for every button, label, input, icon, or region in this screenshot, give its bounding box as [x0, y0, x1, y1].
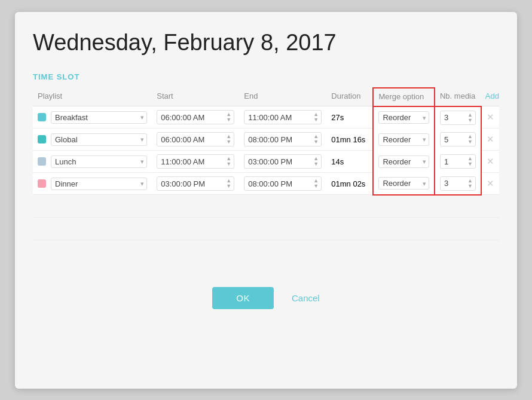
- nb-media-value: 1: [444, 157, 465, 166]
- playlist-select-wrap[interactable]: Dinner: [51, 178, 147, 190]
- playlist-select-wrap[interactable]: Lunch: [51, 155, 147, 168]
- start-down[interactable]: ▼: [225, 184, 233, 189]
- th-duration: Duration: [326, 88, 373, 106]
- playlist-select[interactable]: Breakfast: [51, 111, 147, 124]
- table-row: Global 06:00:00 AM ▲ ▼ 08:00:00 PM ▲ ▼ 0…: [33, 129, 499, 151]
- nb-media-cell: 1 ▲ ▼: [435, 151, 481, 173]
- nb-media-value: 3: [444, 179, 465, 188]
- nb-media-value: 5: [444, 135, 465, 144]
- empty-row: [33, 218, 499, 240]
- nb-down[interactable]: ▼: [466, 161, 474, 167]
- playlist-select-wrap[interactable]: Global: [51, 133, 147, 146]
- nb-media-cell: 3 ▲ ▼: [435, 173, 481, 195]
- duration-value: 14s: [331, 157, 344, 166]
- start-down[interactable]: ▼: [225, 139, 233, 145]
- nb-media-spinner[interactable]: ▲ ▼: [466, 178, 474, 189]
- empty-row: [33, 195, 499, 218]
- merge-select[interactable]: Reorder: [378, 133, 429, 146]
- empty-row: [33, 240, 499, 263]
- duration-value: 27s: [331, 113, 344, 122]
- playlist-select[interactable]: Dinner: [51, 178, 147, 190]
- start-spinner[interactable]: ▲ ▼: [225, 134, 233, 145]
- end-cell: 08:00:00 PM ▲ ▼: [239, 173, 326, 195]
- time-slot-table: Playlist Start End Duration Merge option…: [33, 87, 499, 263]
- delete-row-button[interactable]: ✕: [487, 156, 494, 167]
- playlist-color-dot: [38, 157, 46, 166]
- end-input[interactable]: 08:00:00 PM ▲ ▼: [244, 132, 322, 146]
- merge-select-wrap[interactable]: Reorder: [378, 155, 429, 168]
- nb-down[interactable]: ▼: [466, 139, 474, 145]
- merge-select[interactable]: Reorder: [378, 111, 429, 124]
- start-value: 06:00:00 AM: [161, 135, 224, 144]
- end-spinner[interactable]: ▲ ▼: [312, 134, 320, 145]
- start-spinner[interactable]: ▲ ▼: [225, 178, 233, 189]
- start-input[interactable]: 03:00:00 PM ▲ ▼: [157, 176, 234, 191]
- merge-select[interactable]: Reorder: [378, 177, 429, 190]
- table-row: Lunch 11:00:00 AM ▲ ▼ 03:00:00 PM ▲ ▼ 14…: [33, 151, 499, 173]
- start-spinner[interactable]: ▲ ▼: [225, 156, 233, 167]
- nb-down[interactable]: ▼: [466, 118, 474, 123]
- merge-select[interactable]: Reorder: [378, 155, 429, 168]
- start-input[interactable]: 06:00:00 AM ▲ ▼: [157, 110, 234, 124]
- nb-media-spinner[interactable]: ▲ ▼: [466, 156, 474, 167]
- end-input[interactable]: 08:00:00 PM ▲ ▼: [244, 176, 322, 191]
- cancel-link[interactable]: Cancel: [292, 293, 320, 303]
- end-down[interactable]: ▼: [312, 161, 320, 167]
- nb-media-spinner[interactable]: ▲ ▼: [466, 112, 474, 123]
- merge-option-cell: Reorder: [373, 106, 435, 129]
- nb-media-input[interactable]: 5 ▲ ▼: [440, 132, 476, 146]
- end-spinner[interactable]: ▲ ▼: [312, 178, 320, 189]
- dialog-title: Wednesday, February 8, 2017: [33, 30, 499, 56]
- start-value: 06:00:00 AM: [161, 113, 224, 122]
- end-input[interactable]: 11:00:00 AM ▲ ▼: [244, 110, 322, 124]
- merge-select-wrap[interactable]: Reorder: [378, 177, 429, 190]
- end-down[interactable]: ▼: [312, 117, 320, 123]
- add-link[interactable]: Add: [485, 91, 499, 100]
- nb-media-cell: 3 ▲ ▼: [435, 106, 481, 129]
- playlist-cell: Lunch: [33, 151, 152, 173]
- end-input[interactable]: 03:00:00 PM ▲ ▼: [244, 154, 322, 169]
- th-nb-media: Nb. media: [435, 88, 481, 106]
- start-value: 03:00:00 PM: [161, 179, 224, 188]
- nb-media-input[interactable]: 3 ▲ ▼: [440, 111, 476, 125]
- playlist-color-dot: [38, 135, 46, 143]
- ok-button[interactable]: OK: [212, 287, 274, 309]
- start-spinner[interactable]: ▲ ▼: [225, 112, 233, 123]
- duration-cell: 01mn 02s: [326, 173, 373, 195]
- nb-media-cell: 5 ▲ ▼: [435, 129, 481, 151]
- end-spinner[interactable]: ▲ ▼: [312, 112, 320, 123]
- delete-row-button[interactable]: ✕: [487, 112, 494, 123]
- start-down[interactable]: ▼: [225, 117, 233, 123]
- merge-option-cell: Reorder: [373, 173, 435, 195]
- playlist-select-wrap[interactable]: Breakfast: [51, 111, 147, 124]
- start-input[interactable]: 11:00:00 AM ▲ ▼: [157, 154, 234, 169]
- end-down[interactable]: ▼: [312, 139, 320, 145]
- playlist-color-dot: [38, 179, 46, 188]
- delete-row-button[interactable]: ✕: [487, 134, 494, 145]
- nb-down[interactable]: ▼: [466, 184, 474, 189]
- merge-option-cell: Reorder: [373, 129, 435, 151]
- merge-select-wrap[interactable]: Reorder: [378, 133, 429, 146]
- end-value: 11:00:00 AM: [248, 113, 311, 122]
- nb-media-value: 3: [444, 113, 465, 122]
- table-row: Breakfast 06:00:00 AM ▲ ▼ 11:00:00 AM ▲ …: [33, 106, 499, 129]
- end-spinner[interactable]: ▲ ▼: [312, 156, 320, 167]
- delete-row-button[interactable]: ✕: [487, 178, 494, 189]
- merge-select-wrap[interactable]: Reorder: [378, 111, 429, 124]
- duration-cell: 14s: [326, 151, 373, 173]
- start-down[interactable]: ▼: [225, 161, 233, 167]
- th-merge-option: Merge option: [373, 88, 435, 106]
- nb-media-input[interactable]: 1 ▲ ▼: [440, 154, 476, 169]
- start-input[interactable]: 06:00:00 AM ▲ ▼: [157, 132, 234, 146]
- start-value: 11:00:00 AM: [161, 157, 224, 166]
- end-down[interactable]: ▼: [312, 184, 320, 189]
- nb-media-input[interactable]: 3 ▲ ▼: [440, 176, 476, 191]
- playlist-color-dot: [38, 113, 46, 121]
- nb-media-spinner[interactable]: ▲ ▼: [466, 134, 474, 145]
- end-value: 08:00:00 PM: [248, 179, 311, 188]
- end-cell: 11:00:00 AM ▲ ▼: [239, 106, 326, 129]
- end-cell: 08:00:00 PM ▲ ▼: [239, 129, 326, 151]
- delete-cell: ✕: [481, 106, 499, 129]
- playlist-select[interactable]: Lunch: [51, 155, 147, 168]
- playlist-select[interactable]: Global: [51, 133, 147, 146]
